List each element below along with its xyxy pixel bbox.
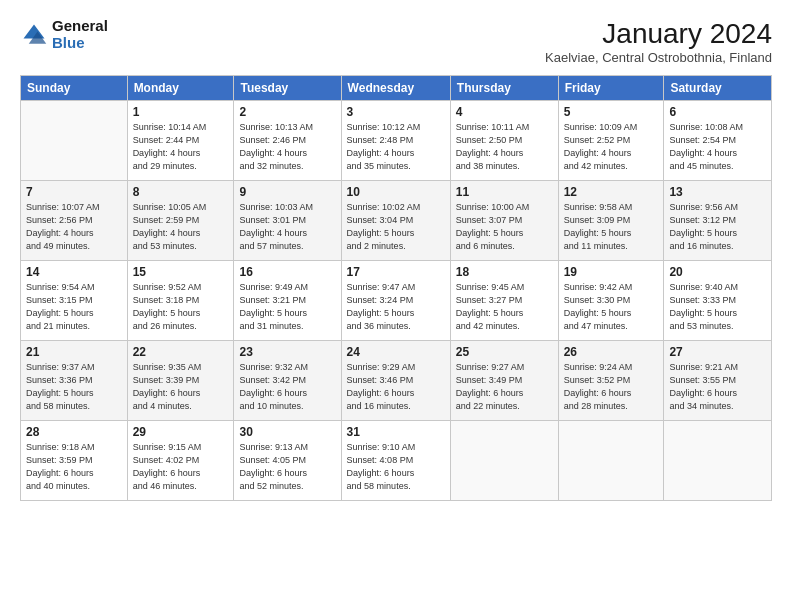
table-row [664,421,772,501]
table-row [558,421,664,501]
table-row [21,101,128,181]
day-number: 11 [456,185,553,199]
table-row: 7Sunrise: 10:07 AM Sunset: 2:56 PM Dayli… [21,181,128,261]
header: General Blue January 2024 Kaelviae, Cent… [20,18,772,65]
day-info: Sunrise: 10:07 AM Sunset: 2:56 PM Daylig… [26,201,122,253]
logo: General Blue [20,18,108,51]
day-info: Sunrise: 9:40 AM Sunset: 3:33 PM Dayligh… [669,281,766,333]
table-row: 31Sunrise: 9:10 AM Sunset: 4:08 PM Dayli… [341,421,450,501]
day-number: 16 [239,265,335,279]
table-row: 11Sunrise: 10:00 AM Sunset: 3:07 PM Dayl… [450,181,558,261]
col-header-saturday: Saturday [664,76,772,101]
day-info: Sunrise: 9:35 AM Sunset: 3:39 PM Dayligh… [133,361,229,413]
day-number: 19 [564,265,659,279]
table-row: 18Sunrise: 9:45 AM Sunset: 3:27 PM Dayli… [450,261,558,341]
day-number: 27 [669,345,766,359]
calendar-week-row: 7Sunrise: 10:07 AM Sunset: 2:56 PM Dayli… [21,181,772,261]
day-info: Sunrise: 9:24 AM Sunset: 3:52 PM Dayligh… [564,361,659,413]
col-header-monday: Monday [127,76,234,101]
day-number: 9 [239,185,335,199]
calendar-header-row: Sunday Monday Tuesday Wednesday Thursday… [21,76,772,101]
day-info: Sunrise: 9:13 AM Sunset: 4:05 PM Dayligh… [239,441,335,493]
col-header-thursday: Thursday [450,76,558,101]
table-row: 5Sunrise: 10:09 AM Sunset: 2:52 PM Dayli… [558,101,664,181]
day-number: 1 [133,105,229,119]
day-number: 21 [26,345,122,359]
day-info: Sunrise: 10:08 AM Sunset: 2:54 PM Daylig… [669,121,766,173]
day-info: Sunrise: 9:58 AM Sunset: 3:09 PM Dayligh… [564,201,659,253]
day-info: Sunrise: 9:49 AM Sunset: 3:21 PM Dayligh… [239,281,335,333]
calendar-week-row: 21Sunrise: 9:37 AM Sunset: 3:36 PM Dayli… [21,341,772,421]
table-row: 6Sunrise: 10:08 AM Sunset: 2:54 PM Dayli… [664,101,772,181]
day-info: Sunrise: 10:00 AM Sunset: 3:07 PM Daylig… [456,201,553,253]
table-row: 25Sunrise: 9:27 AM Sunset: 3:49 PM Dayli… [450,341,558,421]
day-info: Sunrise: 10:02 AM Sunset: 3:04 PM Daylig… [347,201,445,253]
day-info: Sunrise: 9:56 AM Sunset: 3:12 PM Dayligh… [669,201,766,253]
day-info: Sunrise: 9:52 AM Sunset: 3:18 PM Dayligh… [133,281,229,333]
day-info: Sunrise: 10:13 AM Sunset: 2:46 PM Daylig… [239,121,335,173]
day-info: Sunrise: 9:15 AM Sunset: 4:02 PM Dayligh… [133,441,229,493]
logo-general: General [52,18,108,35]
table-row: 14Sunrise: 9:54 AM Sunset: 3:15 PM Dayli… [21,261,128,341]
day-number: 26 [564,345,659,359]
day-number: 6 [669,105,766,119]
table-row: 16Sunrise: 9:49 AM Sunset: 3:21 PM Dayli… [234,261,341,341]
day-number: 18 [456,265,553,279]
main-title: January 2024 [545,18,772,50]
table-row: 1Sunrise: 10:14 AM Sunset: 2:44 PM Dayli… [127,101,234,181]
day-info: Sunrise: 10:11 AM Sunset: 2:50 PM Daylig… [456,121,553,173]
table-row: 21Sunrise: 9:37 AM Sunset: 3:36 PM Dayli… [21,341,128,421]
day-number: 3 [347,105,445,119]
table-row: 12Sunrise: 9:58 AM Sunset: 3:09 PM Dayli… [558,181,664,261]
table-row: 17Sunrise: 9:47 AM Sunset: 3:24 PM Dayli… [341,261,450,341]
day-info: Sunrise: 9:29 AM Sunset: 3:46 PM Dayligh… [347,361,445,413]
day-number: 31 [347,425,445,439]
day-number: 28 [26,425,122,439]
day-number: 13 [669,185,766,199]
day-info: Sunrise: 9:27 AM Sunset: 3:49 PM Dayligh… [456,361,553,413]
day-info: Sunrise: 9:37 AM Sunset: 3:36 PM Dayligh… [26,361,122,413]
title-block: January 2024 Kaelviae, Central Ostroboth… [545,18,772,65]
day-number: 4 [456,105,553,119]
calendar-week-row: 14Sunrise: 9:54 AM Sunset: 3:15 PM Dayli… [21,261,772,341]
col-header-tuesday: Tuesday [234,76,341,101]
col-header-friday: Friday [558,76,664,101]
table-row [450,421,558,501]
day-info: Sunrise: 10:14 AM Sunset: 2:44 PM Daylig… [133,121,229,173]
day-info: Sunrise: 9:45 AM Sunset: 3:27 PM Dayligh… [456,281,553,333]
day-info: Sunrise: 9:47 AM Sunset: 3:24 PM Dayligh… [347,281,445,333]
table-row: 19Sunrise: 9:42 AM Sunset: 3:30 PM Dayli… [558,261,664,341]
subtitle: Kaelviae, Central Ostrobothnia, Finland [545,50,772,65]
table-row: 22Sunrise: 9:35 AM Sunset: 3:39 PM Dayli… [127,341,234,421]
day-info: Sunrise: 10:09 AM Sunset: 2:52 PM Daylig… [564,121,659,173]
day-number: 23 [239,345,335,359]
table-row: 4Sunrise: 10:11 AM Sunset: 2:50 PM Dayli… [450,101,558,181]
calendar: Sunday Monday Tuesday Wednesday Thursday… [20,75,772,501]
day-info: Sunrise: 10:03 AM Sunset: 3:01 PM Daylig… [239,201,335,253]
day-info: Sunrise: 9:32 AM Sunset: 3:42 PM Dayligh… [239,361,335,413]
day-info: Sunrise: 10:12 AM Sunset: 2:48 PM Daylig… [347,121,445,173]
table-row: 13Sunrise: 9:56 AM Sunset: 3:12 PM Dayli… [664,181,772,261]
day-info: Sunrise: 9:21 AM Sunset: 3:55 PM Dayligh… [669,361,766,413]
day-number: 22 [133,345,229,359]
day-number: 17 [347,265,445,279]
table-row: 30Sunrise: 9:13 AM Sunset: 4:05 PM Dayli… [234,421,341,501]
day-number: 5 [564,105,659,119]
day-number: 24 [347,345,445,359]
day-number: 14 [26,265,122,279]
calendar-week-row: 1Sunrise: 10:14 AM Sunset: 2:44 PM Dayli… [21,101,772,181]
col-header-wednesday: Wednesday [341,76,450,101]
day-info: Sunrise: 10:05 AM Sunset: 2:59 PM Daylig… [133,201,229,253]
day-number: 29 [133,425,229,439]
day-number: 2 [239,105,335,119]
logo-blue: Blue [52,35,108,52]
table-row: 23Sunrise: 9:32 AM Sunset: 3:42 PM Dayli… [234,341,341,421]
col-header-sunday: Sunday [21,76,128,101]
day-number: 7 [26,185,122,199]
table-row: 2Sunrise: 10:13 AM Sunset: 2:46 PM Dayli… [234,101,341,181]
table-row: 8Sunrise: 10:05 AM Sunset: 2:59 PM Dayli… [127,181,234,261]
day-info: Sunrise: 9:42 AM Sunset: 3:30 PM Dayligh… [564,281,659,333]
table-row: 27Sunrise: 9:21 AM Sunset: 3:55 PM Dayli… [664,341,772,421]
table-row: 24Sunrise: 9:29 AM Sunset: 3:46 PM Dayli… [341,341,450,421]
calendar-week-row: 28Sunrise: 9:18 AM Sunset: 3:59 PM Dayli… [21,421,772,501]
